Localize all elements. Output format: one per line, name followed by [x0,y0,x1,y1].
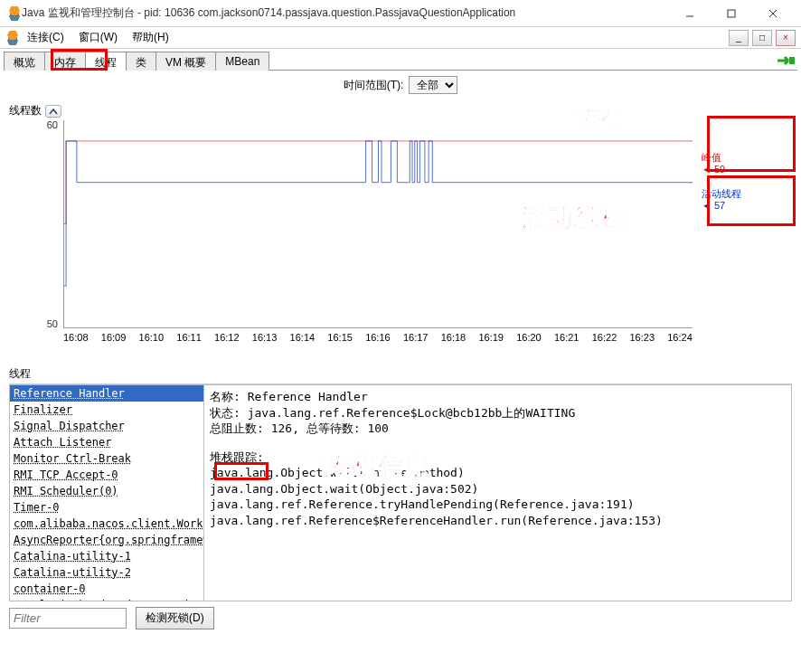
x-tick: 16:08 [63,332,89,346]
list-item[interactable]: Catalina-utility-1 [10,548,203,564]
thread-list: Reference HandlerFinalizerSignal Dispatc… [10,385,204,601]
detail-state-label: 状态: [210,406,240,420]
list-item[interactable]: Catalina-utility-2 [10,564,203,581]
inner-minimize-button[interactable]: _ [729,30,749,46]
legend-peak-label: 峰值 [702,152,721,163]
x-tick: 16:09 [101,332,127,346]
filter-input[interactable] [9,608,127,629]
x-tick: 16:15 [327,332,353,346]
detail-name-label: 名称: [210,390,240,403]
list-item[interactable]: AsyncReporter{org.springframew [10,532,203,548]
list-item[interactable]: Reference Handler [10,385,203,402]
trace-line: java.lang.Object.wait(Native Method) [210,465,786,481]
timerange-label: 时间范围(T): [344,78,404,93]
thread-detail: 名称: Reference Handler 状态: java.lang.ref.… [204,385,791,601]
thread-section-title: 线程 [9,364,792,384]
list-item[interactable]: mysql-cj-abandoned-connection- [10,597,203,601]
x-tick: 16:23 [629,332,655,346]
maximize-button[interactable] [711,0,752,27]
detail-waited-value: 100 [367,421,388,435]
x-tick: 16:17 [403,332,429,346]
svg-rect-0 [728,10,735,17]
list-item[interactable]: RMI TCP Accept-0 [10,467,203,483]
tab-memory[interactable]: 内存 [44,52,86,71]
thread-list-scroll[interactable]: Reference HandlerFinalizerSignal Dispatc… [10,385,203,601]
x-tick: 16:20 [516,332,542,346]
menu-connect[interactable]: 连接(C) [20,28,71,47]
green-arrow-icon [776,51,797,70]
x-tick: 16:10 [139,332,165,346]
y-tick: 50 [47,318,58,329]
detail-trace-label: 堆栈跟踪: [210,450,264,464]
list-item[interactable]: container-0 [10,581,203,597]
detail-blocked-value: 126, [271,421,299,435]
java-icon [5,31,20,45]
legend-live-label: 活动线程 [702,188,741,199]
x-tick: 16:12 [214,332,240,346]
chart-title: 线程数 [9,103,42,118]
menu-window[interactable]: 窗口(W) [71,28,125,47]
list-item[interactable]: Monitor Ctrl-Break [10,450,203,467]
list-item[interactable]: RMI Scheduler(0) [10,483,203,499]
list-item[interactable]: Signal Dispatcher [10,418,203,434]
y-tick: 60 [47,119,58,130]
detail-name-value: Reference Handler [248,390,368,403]
timerange-select[interactable]: 全部 [409,76,457,94]
legend-live-value: 57 [714,200,725,211]
trace-line: java.lang.ref.Reference$ReferenceHandler… [210,513,786,529]
list-item[interactable]: com.alibaba.nacos.client.Worke [10,516,203,532]
menu-help[interactable]: 帮助(H) [125,28,176,47]
x-tick: 16:19 [478,332,504,346]
chart-expand-button[interactable] [45,105,61,118]
inner-close-button[interactable]: × [776,30,796,46]
detail-waited-label: 总等待数: [306,421,361,435]
tab-mbean[interactable]: MBean [215,52,269,71]
tab-classes[interactable]: 类 [126,52,156,71]
list-item[interactable]: Attach Listener [10,434,203,450]
x-tick: 16:24 [667,332,693,346]
detail-state-value: java.lang.ref.Reference$Lock@bcb12bb上的WA… [248,406,576,420]
x-tick: 16:18 [441,332,466,346]
tab-vm-summary[interactable]: VM 概要 [155,52,216,71]
legend-peak-value: 59 [714,164,725,175]
x-tick: 16:21 [554,332,580,346]
chart-plot [63,120,693,328]
minimize-button[interactable] [669,0,711,27]
java-icon [7,6,22,21]
x-tick: 16:22 [592,332,617,346]
detect-deadlock-button[interactable]: 检测死锁(D) [136,607,214,629]
list-item[interactable]: Timer-0 [10,499,203,516]
close-button[interactable] [752,0,794,27]
trace-line: java.lang.ref.Reference.tryHandlePending… [210,497,786,513]
x-tick: 16:13 [252,332,278,346]
tab-bar: 概览 内存 线程 类 VM 概要 MBean [4,51,797,71]
list-item[interactable]: Finalizer [10,402,203,418]
window-title: Java 监视和管理控制台 - pid: 10636 com.jackson07… [22,5,669,21]
x-tick: 16:11 [176,332,202,346]
detail-blocked-label: 总阻止数: [210,421,264,435]
inner-maximize-button[interactable]: □ [752,30,772,46]
trace-line: java.lang.Object.wait(Object.java:502) [210,481,786,497]
tab-overview[interactable]: 概览 [4,52,45,71]
svg-rect-1 [789,57,795,64]
x-tick: 16:16 [365,332,391,346]
x-tick: 16:14 [290,332,316,346]
tab-threads[interactable]: 线程 [85,52,127,71]
